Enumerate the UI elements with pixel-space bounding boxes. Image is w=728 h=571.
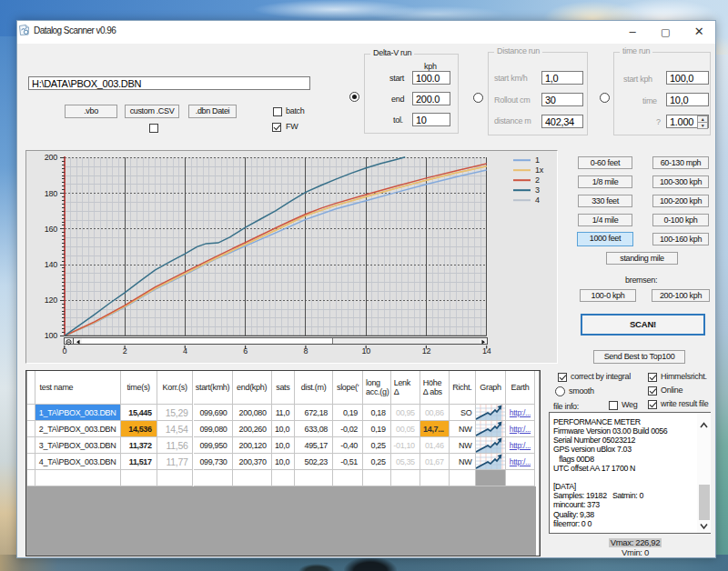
svg-text:14: 14 xyxy=(482,346,491,356)
svg-text:4: 4 xyxy=(535,195,540,205)
svg-text:3: 3 xyxy=(535,185,540,195)
svg-text:12: 12 xyxy=(422,346,431,356)
svg-text:120: 120 xyxy=(45,296,57,305)
svg-text:0: 0 xyxy=(62,346,66,356)
svg-text:2: 2 xyxy=(535,175,540,185)
svg-text:1x: 1x xyxy=(535,165,544,175)
svg-text:100: 100 xyxy=(45,331,57,340)
svg-text:1: 1 xyxy=(535,155,540,165)
svg-text:200: 200 xyxy=(45,153,57,162)
svg-text:8: 8 xyxy=(304,346,308,356)
svg-text:140: 140 xyxy=(45,260,57,269)
svg-text:6: 6 xyxy=(243,346,248,356)
svg-text:2: 2 xyxy=(123,346,127,356)
svg-text:4: 4 xyxy=(183,346,187,356)
svg-text:160: 160 xyxy=(45,225,57,234)
svg-text:10: 10 xyxy=(362,346,371,356)
svg-text:180: 180 xyxy=(45,189,57,198)
